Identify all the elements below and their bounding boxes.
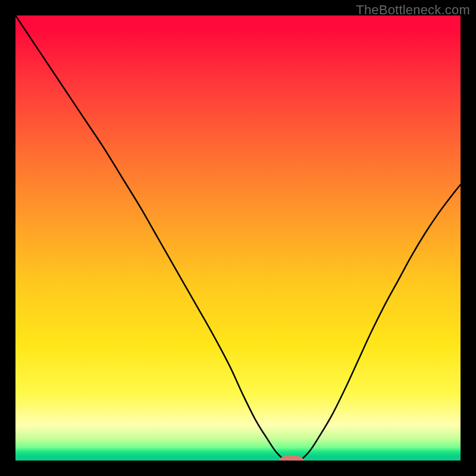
chart-frame: TheBottleneck.com — [0, 0, 476, 476]
chart-overlay — [15, 15, 461, 461]
minimum-marker — [279, 455, 304, 461]
plot-area — [15, 15, 461, 461]
curve-left — [15, 15, 285, 461]
watermark-text: TheBottleneck.com — [356, 2, 470, 18]
curve-right — [300, 184, 461, 461]
